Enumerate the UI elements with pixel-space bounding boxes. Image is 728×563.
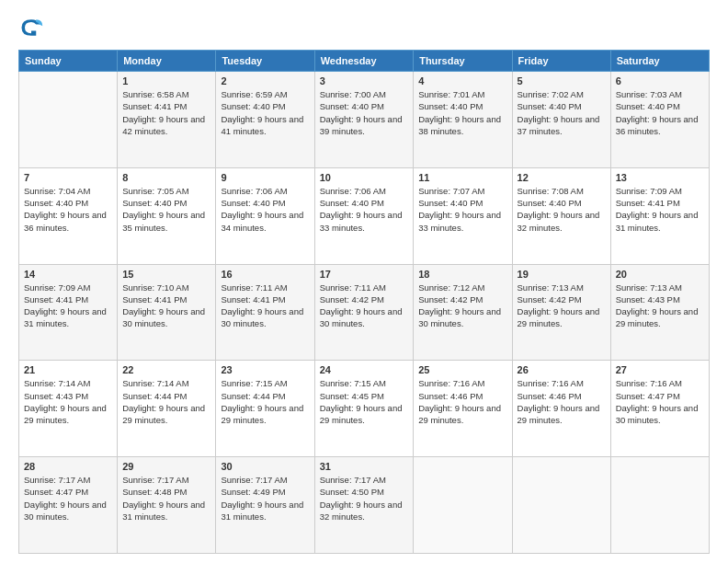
day-info: Sunrise: 7:05 AMSunset: 4:40 PMDaylight:… — [122, 185, 210, 234]
day-number: 19 — [518, 269, 606, 280]
day-info: Sunrise: 7:09 AMSunset: 4:41 PMDaylight:… — [616, 185, 704, 234]
calendar-week-2: 7Sunrise: 7:04 AMSunset: 4:40 PMDaylight… — [19, 167, 710, 264]
day-number: 29 — [122, 461, 210, 472]
day-info: Sunrise: 7:06 AMSunset: 4:40 PMDaylight:… — [221, 185, 309, 234]
calendar-week-5: 28Sunrise: 7:17 AMSunset: 4:47 PMDayligh… — [19, 457, 710, 554]
day-number: 7 — [24, 172, 112, 183]
calendar-cell: 7Sunrise: 7:04 AMSunset: 4:40 PMDaylight… — [19, 167, 118, 264]
calendar-cell: 18Sunrise: 7:12 AMSunset: 4:42 PMDayligh… — [414, 264, 512, 361]
day-info: Sunrise: 7:02 AMSunset: 4:40 PMDaylight:… — [518, 88, 606, 137]
day-number: 15 — [122, 269, 210, 280]
day-info: Sunrise: 6:59 AMSunset: 4:40 PMDaylight:… — [221, 88, 309, 137]
day-number: 27 — [616, 364, 704, 375]
day-info: Sunrise: 7:06 AMSunset: 4:40 PMDaylight:… — [320, 185, 409, 234]
day-number: 11 — [418, 172, 506, 183]
calendar-table: SundayMondayTuesdayWednesdayThursdayFrid… — [18, 50, 710, 554]
weekday-header-tuesday: Tuesday — [216, 51, 314, 72]
day-info: Sunrise: 7:08 AMSunset: 4:40 PMDaylight:… — [518, 185, 606, 234]
calendar-cell: 11Sunrise: 7:07 AMSunset: 4:40 PMDayligh… — [414, 167, 512, 264]
calendar-header: SundayMondayTuesdayWednesdayThursdayFrid… — [19, 51, 710, 72]
day-info: Sunrise: 7:17 AMSunset: 4:50 PMDaylight:… — [320, 474, 409, 523]
weekday-header-monday: Monday — [118, 51, 216, 72]
day-info: Sunrise: 7:09 AMSunset: 4:41 PMDaylight:… — [24, 282, 112, 330]
calendar-cell: 19Sunrise: 7:13 AMSunset: 4:42 PMDayligh… — [512, 264, 610, 361]
weekday-header-friday: Friday — [512, 51, 610, 72]
calendar-week-4: 21Sunrise: 7:14 AMSunset: 4:43 PMDayligh… — [19, 361, 710, 457]
calendar-cell: 22Sunrise: 7:14 AMSunset: 4:44 PMDayligh… — [118, 361, 216, 457]
day-number: 3 — [320, 75, 409, 86]
day-info: Sunrise: 7:15 AMSunset: 4:45 PMDaylight:… — [320, 377, 409, 426]
day-number: 17 — [320, 269, 409, 280]
calendar-cell: 12Sunrise: 7:08 AMSunset: 4:40 PMDayligh… — [512, 167, 610, 264]
day-number: 2 — [221, 75, 309, 86]
day-info: Sunrise: 7:04 AMSunset: 4:40 PMDaylight:… — [24, 185, 112, 234]
header-row: SundayMondayTuesdayWednesdayThursdayFrid… — [19, 51, 710, 72]
weekday-header-thursday: Thursday — [414, 51, 512, 72]
day-info: Sunrise: 7:16 AMSunset: 4:46 PMDaylight:… — [518, 377, 606, 426]
day-number: 6 — [616, 75, 704, 86]
calendar-cell — [610, 457, 709, 554]
calendar-cell: 24Sunrise: 7:15 AMSunset: 4:45 PMDayligh… — [314, 361, 414, 457]
calendar-cell: 13Sunrise: 7:09 AMSunset: 4:41 PMDayligh… — [610, 167, 709, 264]
calendar-cell: 26Sunrise: 7:16 AMSunset: 4:46 PMDayligh… — [512, 361, 610, 457]
day-info: Sunrise: 7:14 AMSunset: 4:44 PMDaylight:… — [122, 377, 210, 426]
calendar-cell: 14Sunrise: 7:09 AMSunset: 4:41 PMDayligh… — [19, 264, 118, 361]
weekday-header-wednesday: Wednesday — [314, 51, 414, 72]
calendar-week-3: 14Sunrise: 7:09 AMSunset: 4:41 PMDayligh… — [19, 264, 710, 361]
day-info: Sunrise: 7:03 AMSunset: 4:40 PMDaylight:… — [616, 88, 704, 137]
calendar-body: 1Sunrise: 6:58 AMSunset: 4:41 PMDaylight… — [19, 72, 710, 554]
day-info: Sunrise: 7:16 AMSunset: 4:47 PMDaylight:… — [616, 377, 704, 426]
day-number: 28 — [24, 461, 112, 472]
calendar-cell: 1Sunrise: 6:58 AMSunset: 4:41 PMDaylight… — [118, 72, 216, 168]
day-number: 23 — [221, 364, 309, 375]
day-info: Sunrise: 7:14 AMSunset: 4:43 PMDaylight:… — [24, 377, 112, 426]
calendar-cell: 25Sunrise: 7:16 AMSunset: 4:46 PMDayligh… — [414, 361, 512, 457]
day-number: 30 — [221, 461, 309, 472]
calendar-cell: 9Sunrise: 7:06 AMSunset: 4:40 PMDaylight… — [216, 167, 314, 264]
day-info: Sunrise: 7:00 AMSunset: 4:40 PMDaylight:… — [320, 88, 409, 137]
calendar-cell: 3Sunrise: 7:00 AMSunset: 4:40 PMDaylight… — [314, 72, 414, 168]
day-info: Sunrise: 6:58 AMSunset: 4:41 PMDaylight:… — [122, 88, 210, 137]
day-number: 25 — [418, 364, 506, 375]
weekday-header-saturday: Saturday — [610, 51, 709, 72]
calendar-cell — [512, 457, 610, 554]
day-number: 10 — [320, 172, 409, 183]
day-number: 18 — [418, 269, 506, 280]
calendar-cell: 27Sunrise: 7:16 AMSunset: 4:47 PMDayligh… — [610, 361, 709, 457]
calendar-cell: 6Sunrise: 7:03 AMSunset: 4:40 PMDaylight… — [610, 72, 709, 168]
calendar-cell — [414, 457, 512, 554]
day-number: 4 — [418, 75, 506, 86]
day-info: Sunrise: 7:07 AMSunset: 4:40 PMDaylight:… — [418, 185, 506, 234]
calendar-cell: 17Sunrise: 7:11 AMSunset: 4:42 PMDayligh… — [314, 264, 414, 361]
calendar-cell: 4Sunrise: 7:01 AMSunset: 4:40 PMDaylight… — [414, 72, 512, 168]
day-number: 24 — [320, 364, 409, 375]
calendar-cell: 10Sunrise: 7:06 AMSunset: 4:40 PMDayligh… — [314, 167, 414, 264]
calendar-cell: 2Sunrise: 6:59 AMSunset: 4:40 PMDaylight… — [216, 72, 314, 168]
day-info: Sunrise: 7:13 AMSunset: 4:42 PMDaylight:… — [518, 282, 606, 330]
calendar-week-1: 1Sunrise: 6:58 AMSunset: 4:41 PMDaylight… — [19, 72, 710, 168]
calendar-cell: 29Sunrise: 7:17 AMSunset: 4:48 PMDayligh… — [118, 457, 216, 554]
calendar-cell: 31Sunrise: 7:17 AMSunset: 4:50 PMDayligh… — [314, 457, 414, 554]
day-number: 20 — [616, 269, 704, 280]
day-number: 13 — [616, 172, 704, 183]
day-number: 22 — [122, 364, 210, 375]
day-info: Sunrise: 7:17 AMSunset: 4:49 PMDaylight:… — [221, 474, 309, 523]
calendar-cell: 16Sunrise: 7:11 AMSunset: 4:41 PMDayligh… — [216, 264, 314, 361]
calendar-cell: 20Sunrise: 7:13 AMSunset: 4:43 PMDayligh… — [610, 264, 709, 361]
calendar-cell: 30Sunrise: 7:17 AMSunset: 4:49 PMDayligh… — [216, 457, 314, 554]
page: SundayMondayTuesdayWednesdayThursdayFrid… — [0, 0, 728, 563]
day-number: 1 — [122, 75, 210, 86]
weekday-header-sunday: Sunday — [19, 51, 118, 72]
calendar-cell: 21Sunrise: 7:14 AMSunset: 4:43 PMDayligh… — [19, 361, 118, 457]
day-info: Sunrise: 7:11 AMSunset: 4:41 PMDaylight:… — [221, 282, 309, 330]
calendar-cell: 23Sunrise: 7:15 AMSunset: 4:44 PMDayligh… — [216, 361, 314, 457]
day-info: Sunrise: 7:17 AMSunset: 4:47 PMDaylight:… — [24, 474, 112, 523]
day-number: 31 — [320, 461, 409, 472]
day-number: 5 — [518, 75, 606, 86]
calendar-cell: 15Sunrise: 7:10 AMSunset: 4:41 PMDayligh… — [118, 264, 216, 361]
day-info: Sunrise: 7:10 AMSunset: 4:41 PMDaylight:… — [122, 282, 210, 330]
day-info: Sunrise: 7:15 AMSunset: 4:44 PMDaylight:… — [221, 377, 309, 426]
logo — [18, 15, 48, 40]
day-number: 26 — [518, 364, 606, 375]
calendar-cell: 8Sunrise: 7:05 AMSunset: 4:40 PMDaylight… — [118, 167, 216, 264]
